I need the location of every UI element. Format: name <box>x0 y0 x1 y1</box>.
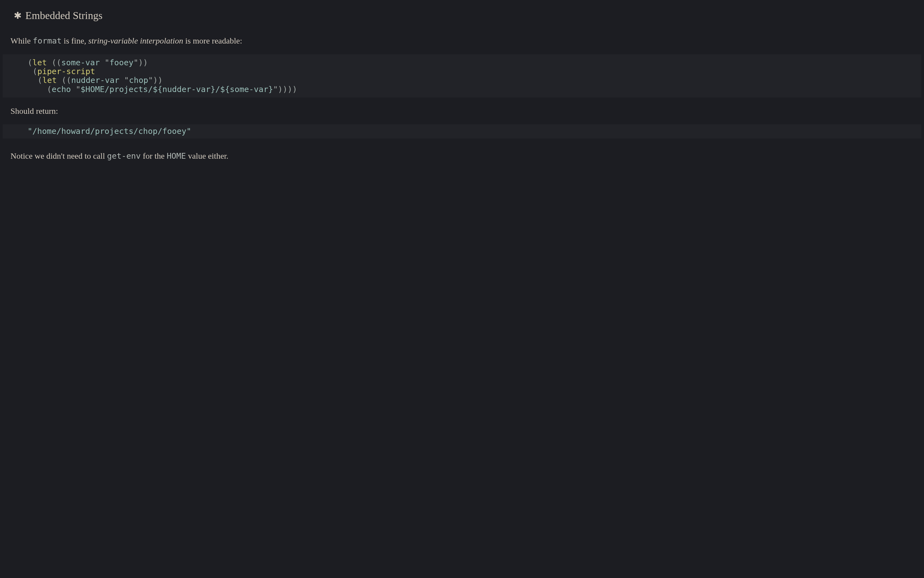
return-label: Should return: <box>10 105 914 117</box>
code-line-1: (let ((some-var "fooey")) <box>3 58 921 67</box>
inline-code-format: format <box>33 36 62 45</box>
intro-text-mid: is fine, <box>62 36 88 45</box>
slide-content: While format is fine, string-variable in… <box>3 26 921 162</box>
notice-after: value either. <box>186 151 229 160</box>
code-line-3: (let ((nudder-var "chop")) <box>3 76 921 84</box>
intro-text-after: is more readable: <box>183 36 242 45</box>
code-block-1: (let ((some-var "fooey"))(piper-script(l… <box>3 54 921 98</box>
intro-italic: string-variable interpolation <box>88 36 183 45</box>
intro-paragraph: While format is fine, string-variable in… <box>10 34 914 47</box>
inline-code-get-env: get-env <box>107 151 141 161</box>
code-line-2: (piper-script <box>3 67 921 76</box>
slide-title: Embedded Strings <box>25 8 102 23</box>
asterisk-icon: ✱ <box>14 11 21 20</box>
inline-code-home: HOME <box>167 151 186 161</box>
notice-mid: for the <box>141 151 167 160</box>
code-line-4: (echo "$HOME/projects/${nudder-var}/${so… <box>3 85 921 94</box>
notice-paragraph: Notice we didn't need to call get-env fo… <box>10 149 914 162</box>
slide-header: ✱ Embedded Strings <box>3 3 921 26</box>
intro-text-before: While <box>10 36 33 45</box>
slide-container: ✱ Embedded Strings While format is fine,… <box>3 3 921 575</box>
notice-before: Notice we didn't need to call <box>10 151 107 160</box>
output-block: "/home/howard/projects/chop/fooey" <box>3 124 921 139</box>
